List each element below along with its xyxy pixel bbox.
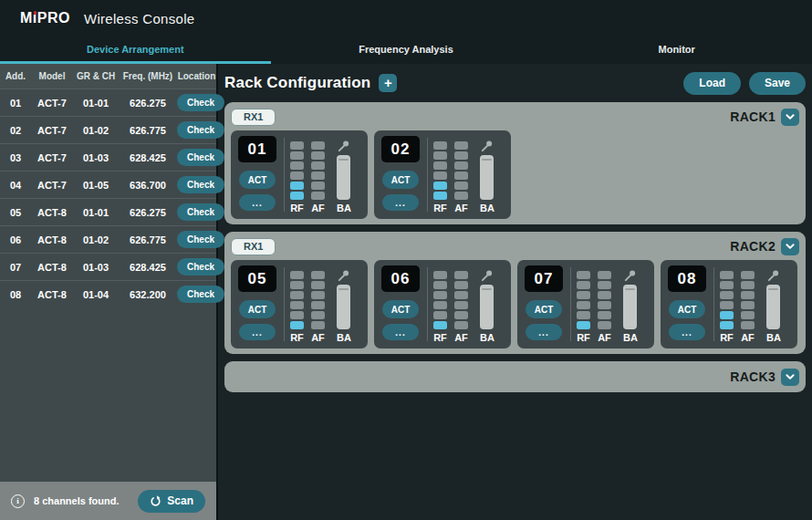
cell-freq: 632.200 bbox=[119, 289, 177, 300]
battery-label: BA bbox=[766, 332, 781, 343]
more-options-button[interactable]: ... bbox=[382, 324, 419, 340]
mipro-logo: MıPRO bbox=[20, 10, 70, 26]
channel-number: 08 bbox=[668, 265, 706, 292]
rf-meter bbox=[720, 271, 734, 329]
af-meter bbox=[741, 271, 755, 329]
tab-monitor[interactable]: Monitor bbox=[541, 36, 812, 64]
rack-panel-rack3: RACK3 bbox=[224, 361, 806, 392]
collapse-rack-button[interactable] bbox=[781, 238, 799, 255]
device-card-row: 05 ACT ... RF bbox=[231, 260, 799, 348]
table-row: 08 ACT-8 01-04 632.200 Check bbox=[0, 280, 216, 307]
battery-label: BA bbox=[480, 203, 494, 213]
cell-address: 01 bbox=[0, 98, 31, 109]
channel-list-sidebar: Add. Model GR & CH Freq. (MHz) Location … bbox=[0, 64, 218, 482]
scan-button[interactable]: Scan bbox=[138, 490, 205, 513]
more-options-button[interactable]: ... bbox=[526, 324, 562, 340]
cell-freq: 626.775 bbox=[119, 125, 177, 136]
load-button[interactable]: Load bbox=[683, 72, 741, 95]
channel-number: 07 bbox=[525, 265, 563, 292]
microphone-icon bbox=[480, 268, 494, 283]
cell-grch: 01-02 bbox=[73, 125, 119, 136]
more-options-button[interactable]: ... bbox=[669, 324, 705, 340]
af-meter bbox=[454, 271, 468, 329]
table-row: 02 ACT-7 01-02 626.775 Check bbox=[0, 116, 216, 143]
act-button[interactable]: ACT bbox=[239, 171, 276, 189]
add-rack-button[interactable]: + bbox=[379, 74, 397, 92]
chevron-down-icon bbox=[785, 241, 796, 252]
rack-header: RX1 RACK1 bbox=[231, 106, 799, 128]
af-label: AF bbox=[311, 203, 325, 213]
device-card: 07 ACT ... RF bbox=[517, 260, 654, 348]
table-row: 01 ACT-7 01-01 626.275 Check bbox=[0, 88, 216, 116]
cell-grch: 01-01 bbox=[73, 98, 119, 109]
af-label: AF bbox=[454, 203, 468, 213]
rescan-icon bbox=[150, 495, 161, 507]
col-location: Location bbox=[177, 71, 216, 81]
act-button[interactable]: ACT bbox=[382, 171, 419, 189]
battery-level bbox=[480, 285, 494, 329]
battery-label: BA bbox=[337, 203, 351, 213]
main-header: Rack Configuration + Load Save bbox=[224, 64, 806, 102]
col-grch: GR & CH bbox=[73, 71, 119, 81]
receiver-tag[interactable]: RX1 bbox=[231, 109, 276, 126]
save-button[interactable]: Save bbox=[749, 72, 806, 95]
channel-number: 06 bbox=[381, 265, 420, 292]
rf-label: RF bbox=[290, 203, 304, 213]
rf-meter bbox=[290, 141, 304, 200]
cell-model: ACT-8 bbox=[31, 289, 73, 300]
card-divider bbox=[427, 138, 428, 212]
rack-configuration-area: Rack Configuration + Load Save RX1 RACK1… bbox=[218, 64, 812, 520]
page-title: Rack Configuration bbox=[224, 74, 370, 92]
logo-part: PRO bbox=[37, 10, 70, 26]
act-button[interactable]: ACT bbox=[669, 300, 705, 318]
logo-i-reddot: ı bbox=[33, 10, 37, 26]
device-card-row: 01 ACT ... RF bbox=[231, 130, 799, 219]
scan-button-label: Scan bbox=[167, 494, 193, 507]
device-card: 02 ACT ... RF bbox=[374, 130, 511, 219]
expand-rack-button[interactable] bbox=[781, 369, 799, 386]
more-options-button[interactable]: ... bbox=[239, 194, 276, 211]
table-row: 03 ACT-7 01-03 628.425 Check bbox=[0, 143, 216, 171]
col-model: Model bbox=[31, 71, 73, 81]
af-label: AF bbox=[741, 332, 755, 343]
microphone-icon bbox=[623, 268, 637, 283]
device-card: 08 ACT ... RF bbox=[661, 260, 797, 348]
rf-label: RF bbox=[290, 332, 304, 343]
battery-level bbox=[337, 155, 350, 200]
cell-freq: 626.275 bbox=[119, 207, 177, 218]
battery-level bbox=[623, 285, 637, 329]
cell-model: ACT-7 bbox=[31, 152, 73, 163]
act-button[interactable]: ACT bbox=[239, 300, 276, 318]
chevron-down-icon bbox=[785, 111, 796, 122]
act-button[interactable]: ACT bbox=[382, 300, 419, 318]
more-options-button[interactable]: ... bbox=[382, 194, 419, 211]
receiver-tag[interactable]: RX1 bbox=[231, 238, 276, 255]
collapse-rack-button[interactable] bbox=[781, 109, 799, 126]
rack-name: RACK2 bbox=[730, 239, 776, 254]
cell-model: ACT-8 bbox=[31, 207, 73, 218]
logo-part: M bbox=[20, 10, 33, 26]
cell-model: ACT-8 bbox=[31, 234, 73, 245]
af-label: AF bbox=[311, 332, 325, 343]
battery-level bbox=[766, 285, 780, 329]
app-title: Wireless Console bbox=[84, 11, 195, 26]
cell-freq: 628.425 bbox=[119, 152, 177, 163]
tab-device-arrangement[interactable]: Device Arrangement bbox=[0, 36, 271, 64]
card-divider bbox=[427, 267, 428, 341]
device-card: 01 ACT ... RF bbox=[231, 130, 368, 219]
card-divider bbox=[284, 138, 285, 212]
battery-label: BA bbox=[623, 332, 638, 343]
tab-frequency-analysis[interactable]: Frequency Analysis bbox=[271, 36, 542, 64]
rack-header: RX1 RACK2 bbox=[231, 235, 799, 257]
rf-label: RF bbox=[433, 332, 447, 343]
cell-address: 03 bbox=[0, 152, 31, 163]
battery-level bbox=[337, 285, 350, 329]
more-options-button[interactable]: ... bbox=[239, 324, 276, 340]
cell-address: 04 bbox=[0, 180, 31, 191]
cell-address: 07 bbox=[0, 262, 31, 273]
col-address: Add. bbox=[0, 71, 31, 81]
microphone-icon bbox=[480, 139, 494, 153]
cell-address: 02 bbox=[0, 125, 31, 136]
chevron-down-icon bbox=[785, 371, 796, 382]
act-button[interactable]: ACT bbox=[526, 300, 562, 318]
